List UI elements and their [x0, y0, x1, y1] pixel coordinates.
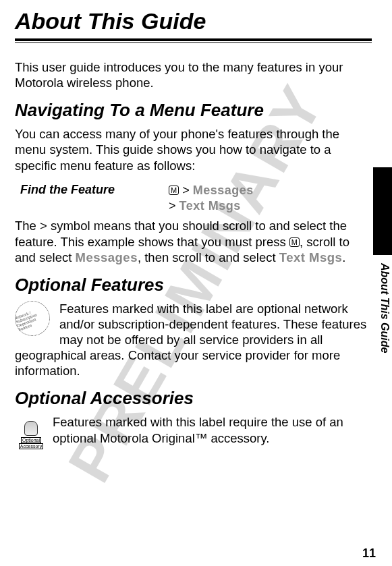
accessory-tag2: Accessory — [19, 443, 43, 449]
network-dependent-badge: Network / Subscription Dependent Feature — [15, 301, 50, 336]
nav-explain-seg4: . — [342, 250, 345, 264]
nav-intro-paragraph: You can access many of your phone's feat… — [15, 126, 372, 173]
find-feature-path: M > Messages > Text Msgs — [169, 183, 254, 215]
optional-accessory-icon: Optional Accessory — [15, 414, 47, 449]
heading-navigating: Navigating To a Menu Feature — [15, 100, 372, 121]
title-rule-thin — [15, 43, 372, 43]
optional-accessories-text: Features marked with this label require … — [15, 414, 372, 445]
path-sep-1: > — [179, 183, 193, 197]
find-feature-label: Find the Feature — [20, 183, 169, 215]
accessory-shape — [24, 421, 38, 436]
network-dependent-icon: Network / Subscription Dependent Feature — [15, 301, 53, 339]
title-rule-thick — [15, 38, 372, 41]
page-title: About This Guide — [15, 8, 372, 34]
nav-explain-seg3: , then scroll to and select — [138, 250, 279, 264]
path-text-msgs: Text Msgs — [179, 199, 241, 213]
optional-accessories-block: Optional Accessory Features marked with … — [15, 414, 372, 449]
optional-features-block: Network / Subscription Dependent Feature… — [15, 301, 372, 379]
menu-key-icon: M — [289, 237, 300, 247]
page-number: 11 — [362, 546, 376, 561]
heading-optional-features: Optional Features — [15, 275, 372, 295]
inline-text-msgs: Text Msgs — [279, 250, 343, 264]
path-messages: Messages — [193, 183, 254, 197]
find-feature-row: Find the Feature M > Messages > Text Msg… — [20, 183, 372, 215]
intro-paragraph: This user guide introduces you to the ma… — [15, 59, 372, 90]
menu-key-icon: M — [169, 186, 179, 195]
nav-explain-paragraph: The > symbol means that you should scrol… — [15, 218, 372, 264]
page-content: About This Guide This user guide introdu… — [0, 0, 392, 467]
heading-optional-accessories: Optional Accessories — [15, 388, 372, 409]
accessory-tag1: Optional — [21, 437, 41, 443]
inline-messages: Messages — [75, 250, 137, 264]
optional-features-text: Features marked with this label are opti… — [15, 301, 372, 379]
badge-text: Network / Subscription Dependent Feature — [15, 305, 51, 332]
path-sep-2: > — [169, 199, 179, 213]
